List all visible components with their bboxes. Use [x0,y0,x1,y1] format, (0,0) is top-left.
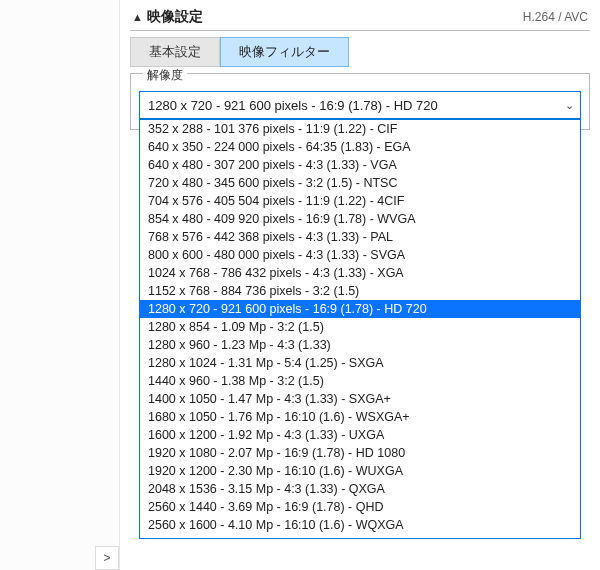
resolution-option[interactable]: 1024 x 768 - 786 432 pixels - 4:3 (1.33)… [140,264,580,282]
resolution-option[interactable]: 1920 x 1080 - 2.07 Mp - 16:9 (1.78) - HD… [140,444,580,462]
resolution-option[interactable]: 1280 x 960 - 1.23 Mp - 4:3 (1.33) [140,336,580,354]
resolution-option[interactable]: 1280 x 1024 - 1.31 Mp - 5:4 (1.25) - SXG… [140,354,580,372]
chevron-right-icon: > [103,551,110,565]
resolution-dropdown[interactable]: 352 x 288 - 101 376 pixels - 11:9 (1.22)… [139,119,581,539]
sidebar-collapse-button[interactable]: > [95,546,119,570]
resolution-option[interactable]: 1680 x 1050 - 1.76 Mp - 16:10 (1.6) - WS… [140,408,580,426]
resolution-option[interactable]: 1600 x 1200 - 1.92 Mp - 4:3 (1.33) - UXG… [140,426,580,444]
resolution-select[interactable]: 1280 x 720 - 921 600 pixels - 16:9 (1.78… [139,91,581,119]
tab-basic-settings[interactable]: 基本設定 [130,37,220,67]
resolution-option[interactable]: 2560 x 1440 - 3.69 Mp - 16:9 (1.78) - QH… [140,498,580,516]
resolution-option[interactable]: 1920 x 1200 - 2.30 Mp - 16:10 (1.6) - WU… [140,462,580,480]
resolution-option[interactable]: 1400 x 1050 - 1.47 Mp - 4:3 (1.33) - SXG… [140,390,580,408]
resolution-option[interactable]: 704 x 576 - 405 504 pixels - 11:9 (1.22)… [140,192,580,210]
resolution-option[interactable]: 1280 x 720 - 921 600 pixels - 16:9 (1.78… [140,300,580,318]
resolution-option[interactable]: 2048 x 1536 - 3.15 Mp - 4:3 (1.33) - QXG… [140,480,580,498]
section-header: ▲ 映像設定 H.264 / AVC [130,0,590,31]
resolution-label: 解像度 [143,67,187,84]
resolution-option[interactable]: 1152 x 768 - 884 736 pixels - 3:2 (1.5) [140,282,580,300]
section-title: 映像設定 [147,8,523,26]
resolution-select-wrapper: 1280 x 720 - 921 600 pixels - 16:9 (1.78… [139,91,581,119]
tab-bar: 基本設定 映像フィルター [130,37,590,67]
resolution-option[interactable]: 1440 x 960 - 1.38 Mp - 3:2 (1.5) [140,372,580,390]
resolution-option[interactable]: 768 x 576 - 442 368 pixels - 4:3 (1.33) … [140,228,580,246]
resolution-option[interactable]: 800 x 600 - 480 000 pixels - 4:3 (1.33) … [140,246,580,264]
left-sidebar: > [0,0,120,570]
resolution-option[interactable]: 2560 x 2048 - 5.24 Mp - 5:4 (1.25) - QSX… [140,534,580,539]
resolution-option[interactable]: 854 x 480 - 409 920 pixels - 16:9 (1.78)… [140,210,580,228]
resolution-option[interactable]: 640 x 480 - 307 200 pixels - 4:3 (1.33) … [140,156,580,174]
chevron-down-icon: ⌄ [565,99,574,112]
resolution-option[interactable]: 1280 x 854 - 1.09 Mp - 3:2 (1.5) [140,318,580,336]
resolution-option[interactable]: 720 x 480 - 345 600 pixels - 3:2 (1.5) -… [140,174,580,192]
resolution-fieldset: 解像度 1280 x 720 - 921 600 pixels - 16:9 (… [130,73,590,130]
resolution-selected-value: 1280 x 720 - 921 600 pixels - 16:9 (1.78… [148,98,438,113]
resolution-option[interactable]: 352 x 288 - 101 376 pixels - 11:9 (1.22)… [140,120,580,138]
codec-label: H.264 / AVC [523,10,588,24]
resolution-option[interactable]: 2560 x 1600 - 4.10 Mp - 16:10 (1.6) - WQ… [140,516,580,534]
resolution-option[interactable]: 640 x 350 - 224 000 pixels - 64:35 (1.83… [140,138,580,156]
collapse-triangle-icon[interactable]: ▲ [132,11,143,23]
tab-video-filter[interactable]: 映像フィルター [220,37,349,67]
main-panel: ▲ 映像設定 H.264 / AVC 基本設定 映像フィルター 解像度 1280… [120,0,600,570]
